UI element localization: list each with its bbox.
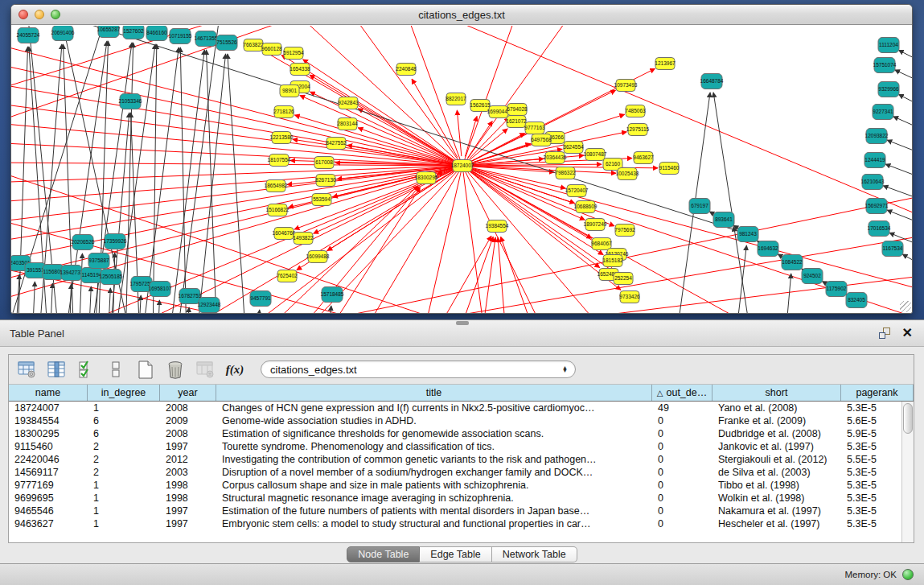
table-cell[interactable]: Disruption of a novel member of a sodium…	[216, 466, 652, 479]
graph-edge[interactable]	[885, 164, 912, 180]
graph-node[interactable]: 17359926	[104, 234, 127, 249]
graph-node[interactable]: 9115460	[659, 163, 680, 175]
graph-node[interactable]: 9457791	[250, 291, 271, 307]
table-cell[interactable]: 1997	[160, 440, 216, 453]
table-cell[interactable]: 0	[652, 427, 713, 440]
table-cell[interactable]: 9699695	[9, 492, 88, 505]
minimize-window-button[interactable]	[35, 10, 44, 19]
tab-network-table[interactable]: Network Table	[492, 546, 577, 562]
table-cell[interactable]: Tourette syndrome. Phenomenology and cla…	[216, 440, 652, 453]
column-header-in_degree[interactable]: in_degree	[88, 385, 160, 401]
function-builder-icon[interactable]: f(x)	[224, 359, 245, 380]
window-titlebar[interactable]: citations_edges.txt	[11, 5, 912, 25]
table-cell[interactable]: 2	[88, 453, 160, 466]
close-panel-icon[interactable]: ✕	[902, 328, 913, 339]
graph-node[interactable]: 21053346	[119, 94, 142, 109]
graph-node[interactable]: 14671355	[195, 31, 218, 47]
graph-node[interactable]: 12213580	[270, 132, 294, 144]
graph-node[interactable]: 7663822	[243, 39, 264, 51]
table-cell[interactable]: 2	[88, 440, 160, 453]
graph-node[interactable]: 16958107	[149, 282, 172, 297]
graph-edge[interactable]	[470, 129, 507, 160]
table-cell[interactable]: 2008	[160, 427, 216, 440]
table-cell[interactable]: Tibbo et al. (1998)	[713, 479, 841, 492]
table-cell[interactable]: 0	[652, 505, 713, 517]
table-cell[interactable]: Structural magnetic resonance image aver…	[216, 492, 652, 505]
graph-edge[interactable]	[883, 186, 912, 202]
graph-node[interactable]: 9329966	[878, 82, 899, 97]
row-height-icon[interactable]	[105, 359, 126, 380]
table-row[interactable]: 1830029562008Estimation of significance …	[9, 427, 914, 440]
table-cell[interactable]: Nakamura et al. (1997)	[713, 505, 841, 517]
table-cell[interactable]: Estimation of significance thresholds fo…	[216, 427, 652, 440]
table-row[interactable]: 1938455462009Genome-wide association stu…	[9, 414, 914, 427]
graph-node[interactable]: 7485063	[625, 105, 646, 117]
table-cell[interactable]: 2003	[160, 466, 216, 479]
graph-edge[interactable]	[35, 166, 462, 313]
show-column-icon[interactable]	[46, 359, 67, 380]
graph-edge[interactable]	[108, 288, 110, 313]
table-cell[interactable]: Investigating the contribution of common…	[216, 453, 652, 466]
graph-edge[interactable]	[462, 26, 518, 166]
graph-edge[interactable]	[462, 166, 912, 291]
graph-node[interactable]: 1084522	[782, 255, 803, 270]
table-cell[interactable]: 9465546	[9, 505, 88, 517]
zoom-window-button[interactable]	[51, 10, 60, 19]
graph-node[interactable]: 617008	[314, 157, 334, 169]
graph-edge[interactable]	[294, 115, 453, 163]
graph-node[interactable]: 252254	[614, 273, 633, 285]
table-cell[interactable]: Embryonic stem cells: a model to study s…	[216, 517, 652, 530]
graph-node[interactable]: 15718485	[321, 287, 344, 303]
graph-edge[interactable]	[429, 236, 491, 313]
select-rows-icon[interactable]	[76, 359, 97, 380]
table-cell[interactable]: 18724007	[9, 402, 88, 414]
table-cell[interactable]: Genome-wide association studies in ADHD.	[216, 414, 652, 427]
graph-edge[interactable]	[472, 168, 566, 188]
table-cell[interactable]: 9115460	[9, 440, 88, 453]
tab-edge-table[interactable]: Edge Table	[420, 546, 491, 562]
graph-node[interactable]: 16099488	[306, 251, 330, 263]
graph-node[interactable]: 19384554	[486, 220, 509, 233]
graph-edge[interactable]	[11, 102, 462, 166]
delete-trash-icon[interactable]	[165, 359, 186, 380]
graph-node[interactable]: 8466160	[146, 26, 167, 41]
graph-node[interactable]: 20364436	[544, 152, 567, 164]
column-header-name[interactable]: name	[9, 385, 88, 401]
graph-node[interactable]: 15692971	[865, 199, 889, 214]
table-cell[interactable]: 0	[652, 440, 713, 453]
float-panel-icon[interactable]	[879, 328, 890, 339]
graph-edge[interactable]	[207, 50, 217, 313]
graph-node[interactable]: 1111204	[878, 38, 899, 53]
table-cell[interactable]: Wolkin et al. (1998)	[713, 492, 841, 505]
graph-node[interactable]: 9684067	[591, 238, 612, 250]
graph-node[interactable]: 7975692	[614, 225, 635, 237]
graph-node[interactable]: 1167534	[882, 241, 903, 257]
split-handle[interactable]	[456, 321, 469, 325]
graph-edge[interactable]	[328, 306, 331, 313]
graph-edge[interactable]	[462, 166, 550, 313]
table-cell[interactable]: 2012	[160, 453, 216, 466]
graph-node[interactable]: 9777163	[524, 122, 545, 134]
graph-node[interactable]: 10688609	[574, 201, 598, 213]
graph-node[interactable]: 893641	[713, 212, 734, 228]
graph-node[interactable]: 12505185	[100, 270, 123, 285]
table-cell[interactable]: Stergiakouli et al. (2012)	[713, 453, 841, 466]
graph-node[interactable]: 7515526	[216, 35, 237, 51]
table-cell[interactable]: 0	[652, 517, 713, 530]
table-cell[interactable]: 9777169	[9, 479, 88, 492]
column-header-short[interactable]: short	[713, 385, 841, 401]
graph-edge[interactable]	[300, 96, 454, 163]
table-cell[interactable]: Yano et al. (2008)	[713, 402, 841, 414]
table-row[interactable]: 1456911722003Disruption of a novel membe…	[9, 466, 914, 479]
graph-edge[interactable]	[471, 169, 614, 225]
network-canvas[interactable]: 1872400792428432803144842755261700882671…	[11, 26, 912, 313]
table-cell[interactable]: 6	[88, 414, 160, 427]
graph-node[interactable]: 8822017	[446, 93, 466, 105]
close-window-button[interactable]	[18, 10, 28, 19]
graph-edge[interactable]	[898, 50, 912, 65]
graph-edge[interactable]	[88, 286, 91, 313]
graph-node[interactable]: 12093822	[865, 129, 889, 144]
graph-edge[interactable]	[735, 245, 746, 313]
table-cell[interactable]: Dudbridge et al. (2008)	[713, 427, 841, 440]
tab-node-table[interactable]: Node Table	[347, 546, 420, 562]
